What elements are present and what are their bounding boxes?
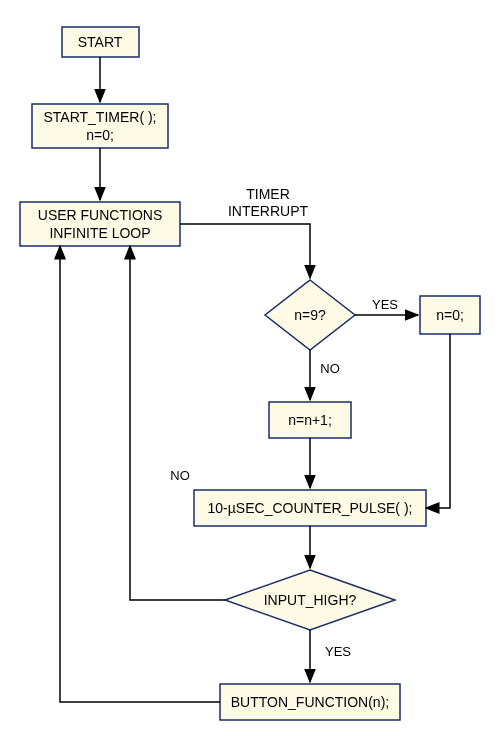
arrow-buttonfn-loop [60,246,220,702]
label-userfn-2: INFINITE LOOP [49,225,150,241]
label-timer-interrupt-1: TIMER [246,186,290,202]
label-button-function: BUTTON_FUNCTION(n); [231,694,389,710]
label-n9: n=9? [294,307,326,323]
arrow-userfn-to-n9 [180,224,310,278]
label-input-high: INPUT_HIGH? [264,592,357,608]
arrow-input-no-loop [130,246,225,600]
label-yes-2: YES [325,644,351,659]
label-yes-1: YES [372,297,398,312]
label-start-timer-1: START_TIMER( ); [43,109,156,125]
arrow-reset-to-pulse [426,334,450,508]
label-start: START [78,34,123,50]
label-timer-interrupt-2: INTERRUPT [228,203,309,219]
label-no-1: NO [320,361,340,376]
label-inc-n: n=n+1; [288,412,332,428]
label-userfn-1: USER FUNCTIONS [38,207,162,223]
label-start-timer-2: n=0; [86,127,114,143]
label-no-2: NO [170,468,190,483]
label-reset-n: n=0; [436,307,464,323]
label-counter-pulse: 10-µSEC_COUNTER_PULSE( ); [208,500,413,516]
